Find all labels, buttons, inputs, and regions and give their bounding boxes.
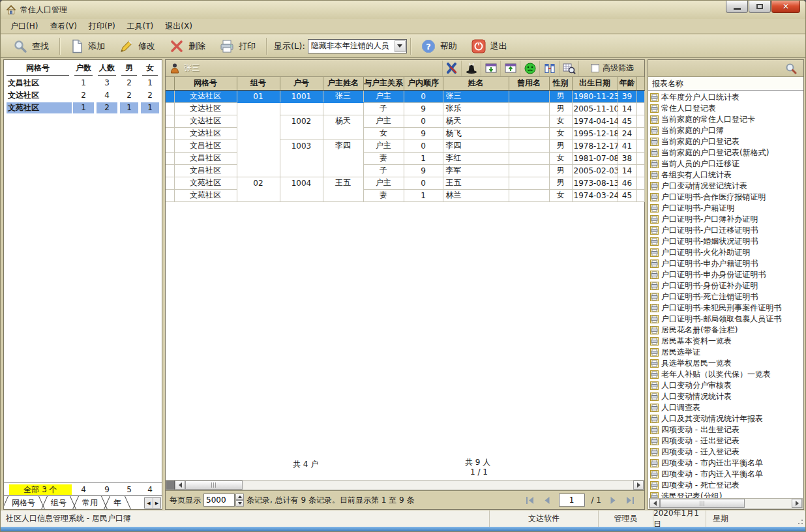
report-item[interactable]: 各组实有人口统计表 (650, 170, 803, 181)
report-item[interactable]: 四项变动 - 出生登记表 (650, 424, 803, 436)
display-filter-select[interactable]: 隐藏非本年注销的人员 (308, 39, 407, 53)
report-item[interactable]: 户口证明书-户口簿补办证明 (650, 214, 803, 225)
menu-item[interactable]: 打印(P) (83, 19, 121, 34)
spinner-up-button[interactable] (235, 494, 244, 500)
report-item[interactable]: 当前家庭的户口簿 (650, 125, 803, 136)
help-button[interactable]: ? 帮助 (414, 37, 464, 56)
table-row[interactable]: 文达社区1002杨天户主0杨天女1974-04-1445 (166, 115, 644, 127)
prev-page-icon[interactable] (542, 495, 552, 505)
table-search-button[interactable] (560, 61, 579, 76)
report-item[interactable]: 当前家庭的户口登记表 (650, 136, 803, 147)
sheet-tab-2[interactable]: 组号 (43, 496, 74, 509)
column-header[interactable]: 户主姓名 (323, 77, 363, 90)
table-row[interactable]: 文昌社区妻1李红女1981-07-0838 (166, 152, 644, 164)
advanced-filter-toggle[interactable]: 高级筛选 (591, 63, 634, 74)
report-item[interactable]: 人口变动分户审核表 (650, 380, 803, 391)
report-item[interactable]: 四项变动 - 市内迁出平衡名单 (650, 458, 803, 469)
column-header[interactable] (636, 77, 644, 90)
table-row[interactable]: 文昌社区子9李军男2005-02-0314 (166, 164, 644, 177)
left-grid-row[interactable]: 文达社区2422 (4, 89, 162, 102)
report-item[interactable]: 户口证明书-合作医疗报销证明 (650, 192, 803, 203)
menu-item[interactable]: 查看(V) (44, 19, 83, 34)
page-number-input[interactable] (559, 494, 585, 507)
print-button[interactable]: 打印 (213, 37, 263, 56)
sheet-tab-4[interactable]: 年 (106, 496, 129, 509)
column-header[interactable]: 户号 (280, 77, 323, 90)
menu-item[interactable]: 户口(H) (5, 19, 44, 34)
report-item[interactable]: 四项变动 - 迁入登记表 (650, 447, 803, 458)
left-grid-row[interactable]: 文昌社区1321 (4, 77, 162, 89)
scroll-left-button[interactable] (175, 480, 185, 490)
report-item[interactable]: 户口证明书-邮局领取包裹人员证书 (650, 314, 803, 325)
report-item[interactable]: 人口及其变动情况统计年报表 (650, 413, 803, 424)
report-item[interactable]: 具选举权居民一览表 (650, 358, 803, 369)
advanced-filter-checkbox[interactable] (591, 64, 599, 72)
find-button[interactable]: 查找 (6, 37, 56, 56)
report-item[interactable]: 居民花名册(带备注栏) (650, 325, 803, 336)
scrollbar-thumb[interactable] (185, 480, 243, 490)
scrollbar-track[interactable] (745, 499, 792, 508)
column-header[interactable]: 出生日期 (572, 77, 618, 90)
table-row[interactable]: 文达社区011001张三户主0张三男1980-11-2339 (166, 90, 644, 102)
report-item[interactable]: 居民选举证 (650, 347, 803, 358)
next-page-icon[interactable] (608, 495, 618, 505)
scroll-right-button[interactable] (792, 499, 802, 508)
report-item[interactable]: 当前家庭的常住人口登记卡 (650, 114, 803, 125)
report-item[interactable]: 四项变动 - 迁出登记表 (650, 436, 803, 447)
column-header[interactable]: 性别 (549, 77, 572, 90)
left-grid-row[interactable]: 文苑社区1211 (4, 102, 162, 114)
tab-scroll-left-icon[interactable]: ◀ (145, 498, 153, 508)
column-header[interactable]: 年龄 (618, 77, 636, 90)
maximize-button[interactable] (749, 1, 771, 13)
exit-button[interactable]: 退出 (464, 37, 515, 56)
report-item[interactable]: 户口证明书-火化补助证明 (650, 247, 803, 258)
table-row[interactable]: 文达社区子9张乐男2005-11-1014 (166, 102, 644, 115)
report-item[interactable]: 户口证明书-户籍证明 (650, 203, 803, 214)
status-face-button[interactable] (520, 61, 540, 76)
table-row[interactable]: 文苑社区021004王五户主0王五男1973-08-1346 (166, 177, 644, 189)
tab-scroll-right-icon[interactable]: ▶ (153, 498, 160, 508)
columns-layout-button[interactable] (540, 61, 560, 76)
report-item[interactable]: 人口调查表 (650, 402, 803, 413)
report-item[interactable]: 人口变动情况统计表 (650, 391, 803, 402)
column-header[interactable]: 曾用名 (509, 77, 549, 90)
table-row[interactable]: 文昌社区1003李四户主0李四男1978-12-1741 (166, 140, 644, 152)
table-row[interactable]: 文苑社区妻1林兰女1974-03-2445 (166, 189, 644, 201)
minimize-button[interactable] (726, 1, 748, 13)
last-page-icon[interactable] (625, 495, 635, 505)
column-header[interactable]: 组号 (237, 77, 280, 90)
column-header[interactable]: 与户主关系 (363, 77, 404, 90)
report-search-icon[interactable] (785, 63, 797, 74)
report-item[interactable]: 户口变动情况登记统计表 (650, 181, 803, 192)
delete-button[interactable]: 删除 (162, 37, 213, 56)
report-item[interactable]: 户口证明书-身份证补办证明 (650, 280, 803, 291)
report-item[interactable]: 当前家庭的户口登记表(新格式) (650, 147, 803, 158)
report-item[interactable]: 老年人补贴（以奖代保）一览表 (650, 369, 803, 380)
add-button[interactable]: 添加 (63, 37, 112, 56)
column-header[interactable]: 网格号 (174, 77, 237, 90)
scrollbar-track[interactable] (243, 480, 633, 490)
sheet-tab-3[interactable]: 常用 (74, 496, 106, 509)
column-header[interactable]: 户内顺序 (404, 77, 443, 90)
edit-button[interactable]: 修改 (112, 37, 162, 56)
report-item[interactable]: 四项变动 - 死亡登记表 (650, 480, 803, 491)
table-row[interactable]: 文达社区女9杨飞女1995-12-1824 (166, 127, 644, 140)
magic-wizard-button[interactable] (462, 61, 481, 76)
report-item[interactable]: 户口证明书-婚姻状况证明书 (650, 236, 803, 247)
scrollbar-thumb[interactable] (660, 499, 745, 508)
menu-item[interactable]: 工具(T) (121, 19, 160, 34)
first-page-icon[interactable] (525, 495, 535, 505)
sheet-tab-1[interactable]: 网格号 (4, 496, 43, 509)
menu-item[interactable]: 退出(X) (159, 19, 198, 34)
report-item[interactable]: 户口证明书-未犯民刑事案件证明书 (650, 303, 803, 314)
excel-export-button[interactable] (442, 61, 462, 76)
report-item[interactable]: 居民基本资料一览表 (650, 336, 803, 347)
report-item[interactable]: 户口证明书-申办户籍证明书 (650, 258, 803, 269)
window-down-button[interactable] (481, 61, 501, 76)
column-header[interactable]: 姓名 (443, 77, 509, 90)
report-item[interactable]: 当前人员的户口迁移证 (650, 158, 803, 170)
report-item[interactable]: 户口证明书-户口迁移证明书 (650, 225, 803, 236)
close-button[interactable]: ✕ (771, 1, 800, 13)
scroll-left-button[interactable] (649, 499, 660, 508)
report-item[interactable]: 户口证明书-申办身份证证明书 (650, 269, 803, 280)
